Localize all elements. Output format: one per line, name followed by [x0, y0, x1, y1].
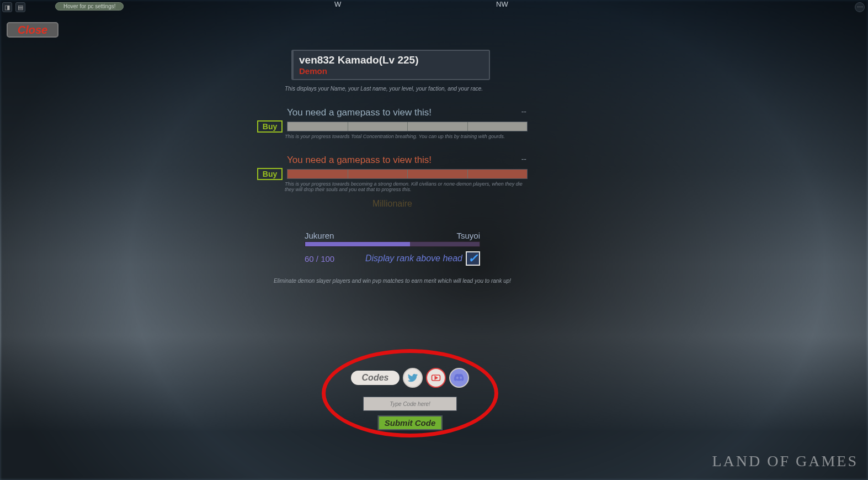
rank-progress-fill	[305, 242, 410, 246]
rank-left-label: Jukuren	[305, 231, 334, 240]
code-redeem-area: Codes Submit Code	[322, 349, 498, 437]
profile-panel: ven832 Kamado(Lv 225) Demon This display…	[257, 50, 528, 284]
demon-desc: This is your progress towards becoming a…	[285, 181, 528, 192]
rank-section: Jukuren Tsuyoi 60 / 100 Display rank abo…	[257, 231, 528, 284]
settings-icon[interactable]: ⋯	[855, 2, 865, 12]
demon-section: You need a gamepass to view this!-- Buy …	[257, 155, 528, 192]
rank-value: 60 / 100	[305, 254, 334, 263]
submit-code-button[interactable]: Submit Code	[378, 415, 443, 430]
compass-bar: W NW	[0, 0, 868, 10]
player-faction: Demon	[299, 66, 483, 76]
demon-label: You need a gamepass to view this!--	[287, 155, 528, 166]
codes-pill: Codes	[351, 371, 400, 385]
twitter-icon[interactable]	[403, 368, 423, 388]
rank-right-label: Tsuyoi	[456, 231, 480, 240]
buy-demon-button[interactable]: Buy	[257, 168, 283, 180]
compass-west: W	[334, 0, 341, 8]
display-rank-toggle-label: Display rank above head ✓	[365, 251, 480, 266]
watermark: LAND OF GAMES	[712, 452, 858, 470]
concentration-label: You need a gamepass to view this!--	[287, 107, 528, 118]
code-input[interactable]	[363, 397, 457, 411]
concentration-desc: This is your progress towards Total Conc…	[285, 134, 528, 139]
discord-icon[interactable]	[449, 368, 469, 388]
millionaire-label: Millionaire	[257, 199, 528, 209]
player-name: ven832 Kamado(Lv 225)	[299, 54, 483, 66]
concentration-section: You need a gamepass to view this!-- Buy …	[257, 107, 528, 139]
display-rank-checkbox[interactable]: ✓	[466, 251, 480, 266]
close-button[interactable]: Close	[7, 22, 58, 38]
youtube-icon[interactable]	[426, 368, 446, 388]
player-name-card: ven832 Kamado(Lv 225) Demon	[291, 50, 490, 80]
compass-northwest: NW	[496, 0, 508, 8]
concentration-progress-bar	[287, 122, 528, 131]
buy-concentration-button[interactable]: Buy	[257, 120, 283, 133]
name-card-hint: This displays your Name, your Last name,…	[285, 86, 528, 92]
rank-desc: Eliminate demon slayer players and win p…	[257, 278, 528, 284]
demon-progress-bar	[287, 169, 528, 179]
rank-progress-bar	[305, 241, 480, 247]
